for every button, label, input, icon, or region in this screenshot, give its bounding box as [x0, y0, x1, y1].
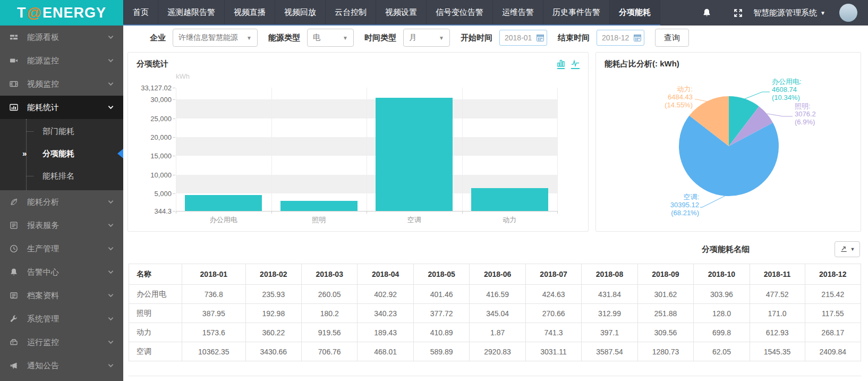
- table-cell: 741.3: [525, 323, 581, 342]
- time-type-filter: 时间类型 月▼: [364, 29, 450, 47]
- sidebar-item-5[interactable]: 报表服务: [0, 214, 123, 237]
- bar-办公用电[interactable]: [185, 195, 262, 211]
- top-nav-item-6[interactable]: 信号变位告警: [427, 0, 493, 24]
- table-header-cell: 名称: [129, 264, 182, 285]
- energy-type-select[interactable]: 电▼: [307, 29, 354, 47]
- calendar-icon[interactable]: [537, 34, 544, 41]
- pie-label-办公用电: 办公用电:4608.74(10.34%): [772, 78, 802, 101]
- table-cell: 402.92: [358, 285, 413, 304]
- y-axis-tick: [173, 211, 175, 211]
- table-cell: 401.46: [413, 285, 469, 304]
- sidebar-item-4[interactable]: 能耗分析: [0, 190, 123, 214]
- wrench-icon: [10, 315, 19, 323]
- top-nav-item-3[interactable]: 视频回放: [275, 0, 326, 24]
- charts-row: 分项统计 344.35,00010,00015,00020,00025,0003…: [123, 50, 868, 232]
- sidebar-subitem-3-2[interactable]: 能耗排名: [0, 165, 123, 187]
- table-cell: 340.23: [358, 304, 413, 323]
- table-header-cell: 2018-07: [525, 264, 581, 285]
- sidebar-item-label: 能源看板: [27, 32, 108, 43]
- sidebar-item-3[interactable]: 能耗统计: [0, 96, 123, 119]
- clock-icon: [10, 244, 19, 253]
- start-time-datebox: [499, 30, 547, 46]
- pie-label-照明: 照明:3076.2(6.9%): [795, 102, 816, 126]
- export-button[interactable]: ▼: [835, 241, 860, 257]
- sidebar-item-7[interactable]: 告警中心: [0, 260, 123, 284]
- end-time-filter: 结束时间: [558, 30, 644, 46]
- sidebar-item-0[interactable]: 能源看板: [0, 26, 123, 49]
- sidebar-item-2[interactable]: 视频监控: [0, 72, 123, 96]
- top-nav-item-9[interactable]: 分项能耗: [610, 0, 660, 24]
- sidebar-subitem-3-0[interactable]: 部门能耗: [0, 120, 123, 142]
- x-axis-tick: [557, 211, 558, 214]
- bar-chart-panel: 分项统计 344.35,00010,00015,00020,00025,0003…: [127, 52, 589, 232]
- table-title: 分项能耗名细: [702, 244, 750, 255]
- plot-gridline-vertical: [176, 88, 176, 211]
- enterprise-select[interactable]: 许继信息智慧能源▼: [173, 29, 258, 47]
- y-axis-tick-label: 15,000: [131, 152, 172, 160]
- bar-照明[interactable]: [280, 201, 358, 211]
- y-axis-tick-label: 344.3: [131, 207, 172, 215]
- table-header-cell: 2018-09: [637, 264, 693, 285]
- table-cell: 2409.84: [805, 342, 861, 361]
- chevron-down-icon: ▼: [439, 35, 444, 41]
- sidebar-item-label: 能耗统计: [27, 103, 108, 113]
- table-cell: 3430.66: [245, 342, 301, 361]
- sidebar-item-8[interactable]: 档案资料: [0, 284, 123, 307]
- table-cell: 62.05: [694, 342, 750, 361]
- top-nav-item-8[interactable]: 历史事件告警: [543, 0, 610, 24]
- table-cell: 589.89: [413, 342, 469, 361]
- sidebar-item-1[interactable]: 能源监控: [0, 49, 123, 72]
- table-cell: 192.98: [245, 304, 301, 323]
- table-cell: 312.99: [582, 304, 637, 323]
- pie-chart-panel: 能耗占比分析(: kWh) 办公用电:4608.74(10.34%)照明:307…: [595, 52, 861, 232]
- y-axis-tick-label: 33,127.02: [131, 84, 172, 92]
- table-row: 动力1573.6360.22919.56189.43410.891.87741.…: [129, 323, 861, 342]
- top-nav-item-0[interactable]: 首页: [123, 0, 158, 24]
- y-axis-tick: [173, 137, 175, 138]
- enterprise-filter: 企业 许继信息智慧能源▼: [150, 29, 258, 47]
- bar-chart-toggle-icon[interactable]: [557, 60, 565, 69]
- chevron-down-icon: [108, 200, 114, 204]
- chart-type-toggle: [557, 60, 580, 69]
- plot-gridline-vertical: [367, 88, 367, 211]
- top-nav-item-7[interactable]: 运维告警: [493, 0, 543, 24]
- time-type-label: 时间类型: [364, 33, 396, 43]
- row-name-cell: 空调: [129, 342, 182, 361]
- table-row: 空调10362.353430.66706.76468.01589.892920.…: [129, 342, 861, 361]
- sidebar-subitem-3-1[interactable]: »分项能耗: [0, 142, 123, 165]
- top-nav-item-1[interactable]: 遥测越限告警: [158, 0, 225, 24]
- sidebar-item-label: 运行监控: [27, 337, 108, 348]
- table-section: 分项能耗名细 ▼ 名称2018-012018-022018-032018-042…: [123, 232, 868, 376]
- query-button[interactable]: 查询: [655, 29, 689, 47]
- notification-bell-icon[interactable]: [702, 8, 711, 18]
- bar-空调[interactable]: [376, 98, 453, 211]
- chevron-down-icon: ▼: [820, 10, 826, 16]
- detail-table: 名称2018-012018-022018-032018-042018-05201…: [129, 264, 861, 361]
- table-cell: 377.72: [413, 304, 469, 323]
- sidebar-item-11[interactable]: 通知公告: [0, 354, 123, 377]
- top-nav-item-5[interactable]: 视频设置: [376, 0, 427, 24]
- system-menu[interactable]: 智慧能源管理系统 ▼: [753, 8, 826, 18]
- table-cell: 180.2: [302, 304, 358, 323]
- x-axis-line: [176, 211, 557, 211]
- table-header-cell: 2018-08: [582, 264, 637, 285]
- calendar-icon[interactable]: [634, 34, 641, 41]
- pie-panel-header: 能耗占比分析(: kWh): [596, 53, 861, 69]
- table-row: 照明387.95192.98180.2340.23377.72345.04270…: [129, 304, 861, 323]
- sidebar-subitem-label: 部门能耗: [42, 126, 74, 136]
- user-avatar[interactable]: [839, 4, 857, 22]
- line-chart-toggle-icon[interactable]: [571, 60, 580, 69]
- top-nav-item-2[interactable]: 视频直播: [225, 0, 275, 24]
- top-nav-item-4[interactable]: 云台控制: [326, 0, 376, 24]
- sidebar-item-9[interactable]: 系统管理: [0, 307, 123, 331]
- y-axis-unit-label: kWh: [176, 72, 190, 80]
- chevron-down-icon: [108, 35, 114, 39]
- table-cell: 699.8: [694, 323, 750, 342]
- submenu-stub: [27, 176, 33, 176]
- sidebar-item-10[interactable]: 运行监控: [0, 331, 123, 354]
- bar-动力[interactable]: [471, 188, 548, 211]
- table-header-cell: 2018-05: [413, 264, 469, 285]
- sidebar-item-6[interactable]: 生产管理: [0, 237, 123, 260]
- time-type-select[interactable]: 月▼: [403, 29, 450, 47]
- fullscreen-icon[interactable]: [734, 9, 743, 18]
